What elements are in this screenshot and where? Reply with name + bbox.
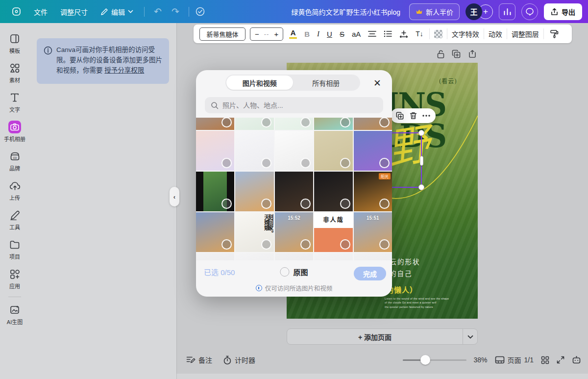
close-modal-button[interactable]: ✕ bbox=[370, 76, 384, 90]
select-photo-circle[interactable] bbox=[221, 158, 232, 168]
home-button[interactable] bbox=[7, 4, 26, 19]
video-app-screenshot[interactable] bbox=[314, 172, 352, 211]
screenshot[interactable] bbox=[314, 253, 352, 260]
screenshot[interactable] bbox=[275, 253, 313, 260]
select-photo-circle[interactable] bbox=[300, 239, 311, 250]
poster-english-text[interactable]: Listen to the sound of the wind and see … bbox=[385, 297, 451, 309]
scroll-strip[interactable] bbox=[176, 374, 588, 379]
select-photo-circle[interactable] bbox=[379, 199, 390, 209]
strikethrough-button[interactable]: S bbox=[338, 29, 346, 39]
sidebar-item-ai-image[interactable]: AI生图 bbox=[1, 300, 28, 329]
add-page-button[interactable]: + 添加页面 bbox=[287, 328, 478, 345]
select-photo-circle[interactable] bbox=[261, 158, 271, 168]
promo-button[interactable]: 新人半价 bbox=[409, 3, 460, 20]
document-title[interactable]: 绿黄色简约文艺旷野生活小红书plog bbox=[292, 7, 400, 17]
add-page-menu[interactable] bbox=[463, 329, 477, 344]
select-photo-circle[interactable] bbox=[261, 239, 271, 250]
pages-button[interactable]: 页面 1/1 bbox=[495, 355, 534, 365]
screenshot[interactable] bbox=[354, 253, 392, 260]
select-photo-circle[interactable] bbox=[300, 118, 311, 127]
animate-button[interactable]: 动效 bbox=[489, 29, 502, 39]
select-photo-circle[interactable] bbox=[221, 118, 232, 127]
resize-handle[interactable] bbox=[418, 184, 424, 190]
settings-screenshot[interactable] bbox=[275, 131, 313, 171]
list-button[interactable] bbox=[382, 29, 393, 38]
sidebar-item-uploads[interactable]: 上传 bbox=[1, 176, 28, 205]
screenshot[interactable] bbox=[235, 253, 273, 260]
video-app-screenshot[interactable]: 阳光 bbox=[354, 172, 392, 211]
app-collage-screenshot[interactable] bbox=[196, 131, 234, 171]
select-photo-circle[interactable] bbox=[340, 199, 350, 209]
avatar[interactable]: 王 bbox=[466, 3, 482, 20]
sidebar-item-projects[interactable]: 项目 bbox=[1, 235, 28, 264]
desktop-screenshot[interactable] bbox=[354, 118, 392, 130]
game-screenshot[interactable] bbox=[314, 118, 352, 130]
desktop-screenshot[interactable] bbox=[196, 212, 234, 252]
menu-edit[interactable]: 编辑 bbox=[96, 4, 138, 20]
select-photo-circle[interactable] bbox=[300, 199, 311, 209]
letter-spacing-button[interactable] bbox=[398, 29, 410, 39]
desktop-screenshot[interactable] bbox=[196, 118, 234, 130]
timer-button[interactable]: 计时器 bbox=[223, 355, 255, 365]
resize-handle[interactable] bbox=[418, 130, 424, 136]
desktop-screenshot[interactable] bbox=[235, 172, 273, 211]
adjust-layers-button[interactable]: 调整图层 bbox=[512, 29, 539, 39]
search-input[interactable] bbox=[222, 101, 377, 109]
sidebar-item-phone-album[interactable]: 手机相册 bbox=[1, 117, 28, 147]
tab-photos-videos[interactable]: 图片和视频 bbox=[226, 76, 293, 90]
assistant-button[interactable] bbox=[572, 355, 581, 364]
select-photo-circle[interactable] bbox=[221, 199, 232, 209]
desktop-screenshot[interactable]: 15:51 bbox=[354, 212, 392, 252]
comments-button[interactable] bbox=[521, 3, 538, 20]
fullscreen-button[interactable] bbox=[557, 356, 564, 364]
alignment-button[interactable] bbox=[367, 29, 378, 38]
grant-permission-link[interactable]: 授予分享权限 bbox=[104, 67, 144, 74]
select-photo-circle[interactable] bbox=[379, 158, 390, 168]
font-size-value[interactable]: -- bbox=[264, 30, 270, 38]
sidebar-item-apps[interactable]: 应用 bbox=[1, 264, 28, 294]
tab-all-albums[interactable]: 所有相册 bbox=[293, 76, 360, 90]
landscape-photo[interactable] bbox=[196, 172, 234, 211]
select-photo-circle[interactable] bbox=[340, 239, 350, 250]
select-photo-circle[interactable] bbox=[221, 239, 232, 250]
select-photo-circle[interactable] bbox=[340, 118, 350, 127]
menu-resize[interactable]: 调整尺寸 bbox=[55, 4, 93, 20]
grid-view-button[interactable] bbox=[541, 356, 549, 364]
search-bar[interactable] bbox=[205, 97, 383, 113]
font-size-increase[interactable]: + bbox=[274, 30, 278, 38]
font-family-selector[interactable]: 新蒂焦糖体 bbox=[199, 27, 245, 41]
desktop-screenshot[interactable]: 15:52 bbox=[275, 212, 313, 252]
rabbit-comic[interactable]: 天嫦娥刻回家。 bbox=[235, 212, 273, 252]
copy-style-button[interactable] bbox=[548, 28, 561, 39]
done-button[interactable]: 完成 bbox=[354, 267, 386, 280]
more-options-button[interactable] bbox=[422, 115, 430, 117]
vertical-text-button[interactable]: T↓ bbox=[414, 29, 425, 38]
zoom-percentage[interactable]: 38% bbox=[474, 356, 488, 364]
undo-button[interactable]: ↶ bbox=[150, 4, 165, 19]
transparency-button[interactable] bbox=[434, 30, 442, 38]
chat-screenshot[interactable] bbox=[235, 118, 273, 130]
settings-screenshot[interactable] bbox=[235, 131, 273, 171]
comic-screenshot[interactable]: 非人哉 bbox=[314, 212, 352, 252]
poster-text-line2[interactable]: 的自己 bbox=[390, 268, 413, 278]
font-size-decrease[interactable]: − bbox=[255, 30, 259, 38]
text-color-button[interactable]: A bbox=[288, 28, 298, 40]
notes-button[interactable]: 备注 bbox=[186, 355, 212, 365]
sidebar-item-brand[interactable]: co 品牌 bbox=[1, 147, 28, 176]
zoom-slider-knob[interactable] bbox=[420, 355, 430, 365]
select-photo-circle[interactable] bbox=[261, 199, 271, 209]
delete-element-button[interactable] bbox=[410, 112, 417, 120]
underline-button[interactable]: U bbox=[325, 29, 334, 39]
collapse-panel-button[interactable]: ‹ bbox=[170, 187, 179, 206]
export-button[interactable]: 导出 bbox=[544, 3, 582, 20]
bold-button[interactable]: B bbox=[303, 29, 311, 39]
resize-handle-side[interactable] bbox=[420, 156, 423, 166]
zoom-slider[interactable] bbox=[403, 356, 466, 363]
select-photo-circle[interactable] bbox=[340, 158, 350, 168]
lock-button[interactable] bbox=[437, 50, 445, 59]
insights-button[interactable] bbox=[499, 3, 515, 20]
duplicate-element-button[interactable] bbox=[396, 112, 404, 120]
original-radio[interactable] bbox=[280, 267, 289, 277]
original-toggle[interactable]: 原图 bbox=[280, 267, 308, 277]
sidebar-item-elements[interactable]: 素材 bbox=[1, 58, 28, 88]
